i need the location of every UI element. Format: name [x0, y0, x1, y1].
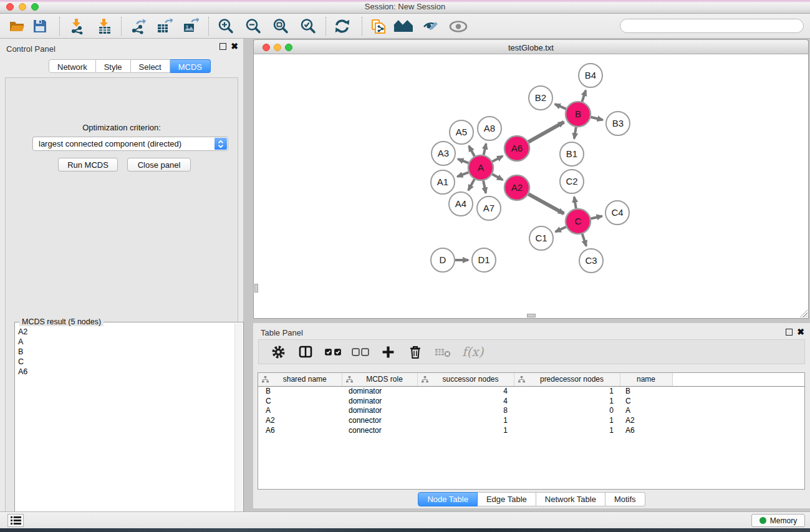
graph-node-label-A6: A6	[511, 143, 523, 153]
table-cell	[672, 415, 804, 425]
memory-button[interactable]: Memory	[751, 514, 805, 527]
mcds-result-item[interactable]: A2	[16, 327, 234, 337]
horizontal-scroll-thumb[interactable]	[527, 314, 536, 317]
table-row[interactable]: Bdominator41B	[258, 386, 804, 396]
float-table-panel-icon[interactable]	[786, 329, 793, 336]
zoom-fit-icon[interactable]	[269, 16, 292, 37]
column-header-shared-name[interactable]: shared name	[258, 373, 342, 386]
dropdown-stepper-icon	[215, 138, 227, 150]
control-panel: Control Panel ✖ NetworkStyleSelectMCDS O…	[0, 39, 243, 511]
graph-edge-C-C3[interactable]	[582, 234, 586, 246]
mcds-result-item[interactable]: A	[16, 337, 234, 347]
export-table-icon[interactable]	[153, 16, 176, 37]
column-header-predecessor-nodes[interactable]: predecessor nodes	[514, 373, 620, 386]
graph-edge-C-C1[interactable]	[556, 227, 566, 232]
export-network-icon[interactable]	[127, 16, 150, 37]
tab-mcds[interactable]: MCDS	[170, 59, 211, 73]
refresh-icon[interactable]	[331, 16, 354, 37]
task-history-icon[interactable]	[7, 514, 24, 527]
zoom-out-icon[interactable]	[242, 16, 264, 37]
table-row[interactable]: Adominator80A	[258, 405, 804, 415]
network-file-icon[interactable]	[367, 16, 390, 37]
tab-select[interactable]: Select	[131, 59, 170, 73]
vertical-scroll-thumb[interactable]	[254, 284, 258, 293]
graph-node-label-A4: A4	[455, 198, 466, 209]
graph-edge-A-A4[interactable]	[468, 179, 475, 190]
column-header-MCDS-role[interactable]: MCDS role	[342, 373, 417, 386]
network-window-title: testGlobe.txt	[254, 43, 808, 52]
search-input[interactable]	[620, 19, 804, 33]
graph-edge-A-A1[interactable]	[457, 172, 468, 177]
delete-column-icon[interactable]	[406, 345, 425, 359]
toolbar-separator	[362, 17, 362, 36]
graph-edge-A2-C[interactable]	[528, 194, 564, 213]
graph-edge-C-C4[interactable]	[591, 216, 602, 218]
graph-edge-B-B3[interactable]	[591, 117, 602, 120]
graph-node-label-A2: A2	[511, 182, 523, 193]
table-settings-icon[interactable]	[269, 345, 287, 359]
mcds-result-item[interactable]: B	[16, 347, 234, 357]
delete-table-icon	[433, 347, 452, 357]
memory-status-icon	[759, 517, 766, 524]
graph-edge-A6-B[interactable]	[528, 122, 564, 142]
show-hide-graphics-icon[interactable]	[420, 16, 442, 37]
table-row[interactable]: A2connector11A2	[258, 415, 804, 425]
tab-motifs[interactable]: Motifs	[605, 492, 645, 506]
application-window: Session: New Session	[0, 0, 810, 532]
tab-edge-table[interactable]: Edge Table	[478, 492, 536, 506]
toolbar-separator	[208, 17, 209, 36]
close-panel-button[interactable]: Close panel	[127, 158, 191, 172]
tab-network[interactable]: Network	[49, 59, 96, 73]
graph-edge-A-A8[interactable]	[484, 143, 486, 155]
run-mcds-button[interactable]: Run MCDS	[58, 158, 118, 172]
graph-edge-A-A3[interactable]	[458, 159, 468, 163]
home-neighbors-icon[interactable]	[392, 16, 415, 37]
table-cell: connector	[342, 425, 417, 435]
close-panel-icon[interactable]: ✖	[231, 43, 238, 50]
table-cell: A6	[258, 425, 342, 435]
graph-edge-A-A6[interactable]	[493, 156, 503, 162]
table-cell	[672, 425, 804, 435]
column-header-successor-nodes[interactable]: successor nodes	[417, 373, 514, 386]
table-cell	[672, 405, 804, 415]
save-session-icon[interactable]	[29, 16, 51, 37]
show-column-icon[interactable]	[296, 345, 315, 359]
eye-icon[interactable]	[447, 16, 470, 37]
graph-edge-B-B4[interactable]	[582, 90, 586, 102]
table-cell: dominator	[342, 396, 417, 406]
function-builder-icon: f(x)	[462, 344, 483, 359]
graph-node-label-A1: A1	[437, 177, 448, 187]
table-row[interactable]: Cdominator41C	[258, 396, 804, 406]
add-column-icon[interactable]	[378, 346, 397, 359]
table-cell: 1	[417, 425, 514, 435]
network-canvas[interactable]: AA1A2A3A4A5A6A7A8BB1B2B3B4CC1C2C3C4DD1	[253, 54, 809, 319]
open-session-icon[interactable]	[6, 16, 28, 37]
criterion-dropdown[interactable]: largest connected component (directed)	[32, 137, 228, 151]
zoom-in-icon[interactable]	[215, 16, 237, 37]
close-table-panel-icon[interactable]: ✖	[797, 329, 804, 336]
graph-edge-C-C2[interactable]	[574, 197, 576, 209]
zoom-selected-icon[interactable]	[297, 16, 319, 37]
graph-edge-A-A5[interactable]	[469, 146, 475, 157]
graph-edge-B-B1[interactable]	[574, 127, 576, 139]
graph-edge-A-A2[interactable]	[492, 174, 503, 180]
mcds-result-item[interactable]: A6	[16, 367, 234, 377]
graph-edge-A-A7[interactable]	[483, 181, 486, 193]
float-panel-icon[interactable]	[219, 43, 226, 50]
graph-edge-B-B2[interactable]	[555, 104, 566, 109]
tab-network-table[interactable]: Network Table	[536, 492, 605, 506]
tab-style[interactable]: Style	[96, 59, 131, 73]
network-graph: AA1A2A3A4A5A6A7A8BB1B2B3B4CC1C2C3C4DD1	[254, 54, 808, 318]
import-network-icon[interactable]	[66, 16, 89, 37]
export-image-icon[interactable]	[180, 16, 202, 37]
select-all-icon[interactable]	[324, 347, 342, 357]
mcds-result-item[interactable]: C	[16, 357, 234, 367]
graph-node-label-B4: B4	[585, 70, 596, 80]
column-header-name[interactable]: name	[620, 373, 672, 386]
import-table-icon[interactable]	[94, 16, 116, 37]
toolbar-separator	[325, 17, 326, 36]
table-row[interactable]: A6connector11A6	[258, 425, 804, 435]
mcds-list-scrollbar[interactable]	[234, 323, 243, 532]
deselect-all-icon[interactable]	[351, 347, 370, 357]
tab-node-table[interactable]: Node Table	[418, 492, 478, 506]
